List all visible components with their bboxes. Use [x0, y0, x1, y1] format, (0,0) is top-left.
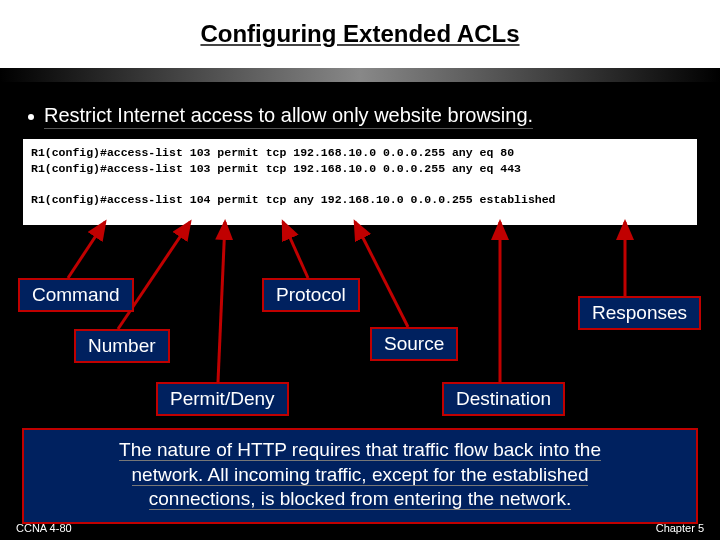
code-line-3: R1(config)#access-list 104 permit tcp an… — [31, 193, 556, 206]
code-line-1: R1(config)#access-list 103 permit tcp 19… — [31, 146, 514, 159]
label-destination: Destination — [442, 382, 565, 416]
svg-line-4 — [355, 222, 408, 327]
note-line2a: network. All incoming traffic, — [132, 464, 372, 486]
label-command: Command — [18, 278, 134, 312]
note-line2b: except for the established — [372, 464, 589, 486]
svg-line-1 — [118, 222, 190, 329]
note-box: The nature of HTTP requires that traffic… — [22, 428, 698, 524]
note-line3a: connections, — [149, 488, 256, 510]
page-title: Configuring Extended ACLs — [200, 20, 519, 48]
label-responses: Responses — [578, 296, 701, 330]
divider-bar — [0, 68, 720, 82]
title-area: Configuring Extended ACLs — [0, 0, 720, 68]
content-area: Restrict Internet access to allow only w… — [0, 82, 720, 540]
label-source: Source — [370, 327, 458, 361]
footer-left: CCNA 4-80 — [16, 522, 72, 534]
bullet-text: Restrict Internet access to allow only w… — [44, 104, 533, 129]
note-line1: The nature of HTTP requires that traffic… — [119, 439, 601, 461]
label-permit-deny: Permit/Deny — [156, 382, 289, 416]
svg-line-0 — [68, 222, 105, 278]
cli-output-box: R1(config)#access-list 103 permit tcp 19… — [22, 138, 698, 226]
svg-line-3 — [283, 222, 308, 278]
footer-right: Chapter 5 — [656, 522, 704, 534]
note-line3b: is blocked from entering the network. — [255, 488, 571, 510]
svg-line-2 — [218, 222, 225, 382]
code-line-2: R1(config)#access-list 103 permit tcp 19… — [31, 162, 521, 175]
bullet-icon — [28, 114, 34, 120]
label-protocol: Protocol — [262, 278, 360, 312]
label-number: Number — [74, 329, 170, 363]
bullet-item: Restrict Internet access to allow only w… — [28, 104, 533, 129]
